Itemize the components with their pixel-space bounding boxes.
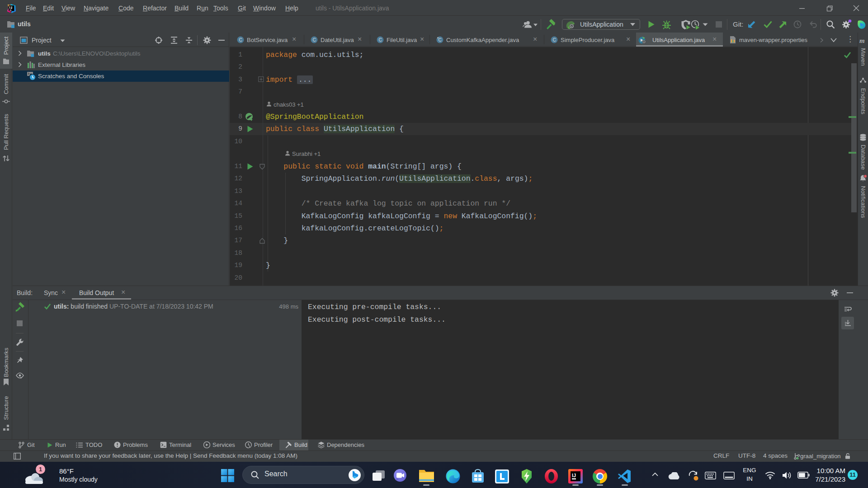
svg-text:IJ: IJ — [572, 473, 576, 478]
svg-text:C: C — [552, 38, 556, 42]
svg-text:C: C — [438, 38, 441, 42]
svg-text:C: C — [312, 38, 316, 42]
svg-text:C: C — [378, 38, 382, 42]
svg-text:C: C — [239, 38, 242, 42]
